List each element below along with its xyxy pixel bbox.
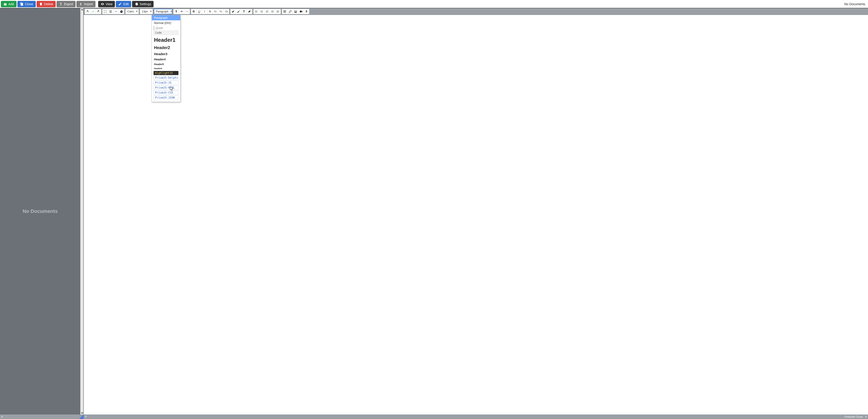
font-select[interactable]: Cairo [125, 9, 139, 14]
text-style-button[interactable]: T [241, 9, 247, 14]
font-value: Cairo [127, 10, 134, 13]
indent-icon [271, 10, 274, 13]
delete-label: Delete [44, 2, 53, 6]
block-option[interactable]: PrismJS-JSON [154, 95, 179, 100]
block-option[interactable]: PrismJS-HTML [154, 86, 179, 90]
delete-button[interactable]: Delete [37, 1, 56, 7]
highlighter-icon [231, 10, 235, 13]
block-option[interactable]: PrismJS-Delphi [154, 75, 179, 80]
formula-button[interactable]: √x [224, 9, 229, 14]
chevron-down-icon [170, 11, 172, 12]
block-option[interactable]: PrismJS-JS [154, 80, 179, 85]
block-option[interactable]: Header3 [152, 51, 180, 57]
link-button[interactable] [287, 9, 293, 14]
mic-button[interactable] [304, 9, 309, 14]
settings-label: Settings [140, 2, 151, 6]
status-left-value: 0 [1, 415, 3, 418]
hr-button[interactable] [184, 9, 190, 14]
block-option[interactable]: Code [154, 31, 179, 35]
block-option[interactable]: Header5 [152, 62, 180, 66]
edit-label: Edit [123, 2, 129, 6]
link-icon [288, 10, 292, 13]
export-icon [59, 2, 63, 6]
image-icon [294, 10, 297, 13]
italic-button[interactable]: I [202, 9, 207, 14]
export-button[interactable]: Export [57, 1, 75, 7]
table-button[interactable] [282, 9, 287, 14]
status-right: P Character Count: 0 [84, 415, 868, 419]
undo-button[interactable] [85, 9, 90, 14]
top-toolbar: Add Clone Delete Export Import View Edit… [0, 0, 868, 8]
dropper-icon [237, 10, 240, 13]
split-button[interactable] [108, 9, 113, 14]
import-button[interactable]: Import [76, 1, 95, 7]
clone-button[interactable]: Clone [18, 1, 36, 7]
lineheight-button[interactable] [275, 9, 281, 14]
underline-button[interactable]: U [196, 9, 202, 14]
paragraph-icon [175, 10, 178, 13]
fontsize-select[interactable]: 13px [140, 9, 153, 14]
scroll-up-icon[interactable] [81, 9, 83, 10]
trash-icon [39, 2, 43, 6]
image-button[interactable] [293, 9, 298, 14]
quote-icon [180, 10, 183, 13]
block-option[interactable]: Header2 [152, 44, 180, 51]
editor-toolbar: Cairo 13px Paragraph B U I S X2 [84, 8, 868, 15]
clear-format-button[interactable] [247, 9, 252, 14]
ordered-list-button[interactable] [253, 9, 259, 14]
documents-list[interactable]: No Documents [0, 8, 80, 415]
clone-label: Clone [25, 2, 33, 6]
undo-icon [86, 10, 89, 13]
block-format-dropdown[interactable]: ParagraphNormal (DIV)QuoteCodeHeader1Hea… [152, 15, 181, 102]
svg-point-2 [260, 12, 261, 12]
block-option[interactable]: Quote [154, 26, 179, 30]
view-group [102, 9, 124, 14]
no-documents-text: No Documents [23, 208, 58, 214]
documents-count-label: No Documents [844, 2, 867, 6]
character-count: Character Count: 0 [844, 415, 867, 418]
print-icon [120, 10, 123, 13]
settings-button[interactable]: Settings [132, 1, 154, 7]
indent-button[interactable] [270, 9, 275, 14]
block-option[interactable]: PrismJS-CSS [154, 90, 179, 95]
gear-icon [134, 2, 138, 6]
block-option[interactable]: Paragraph [152, 15, 180, 20]
outdent-button[interactable] [265, 9, 270, 14]
add-button[interactable]: Add [1, 1, 17, 7]
pencil-icon [118, 2, 122, 6]
commit-button[interactable] [90, 9, 96, 14]
block-option[interactable]: Header1 [152, 35, 180, 44]
editor-canvas[interactable] [84, 15, 868, 415]
block-option[interactable]: Header6 [152, 66, 180, 70]
fullscreen-button[interactable] [102, 9, 108, 14]
cc-label: Character Count: [844, 415, 863, 418]
editor-area: Cairo 13px Paragraph B U I S X2 [84, 8, 868, 415]
print-button[interactable] [119, 9, 124, 14]
block-option[interactable]: Normal (DIV) [152, 20, 180, 26]
hr-icon [185, 10, 189, 13]
block-option[interactable]: Header4 [152, 57, 180, 62]
edit-button[interactable]: Edit [116, 1, 131, 7]
block-option[interactable]: HighlightJS [154, 71, 179, 75]
highlight-button[interactable] [230, 9, 236, 14]
source-button[interactable] [113, 9, 119, 14]
para-group [173, 9, 190, 14]
strike-button[interactable]: S [207, 9, 213, 14]
unordered-list-button[interactable] [259, 9, 265, 14]
import-label: Import [84, 2, 93, 6]
font-color-button[interactable] [236, 9, 241, 14]
fontsize-value: 13px [142, 10, 148, 13]
scroll-down-icon[interactable] [81, 413, 83, 414]
subscript-button[interactable]: X2 [213, 9, 218, 14]
superscript-button[interactable]: X2 [218, 9, 224, 14]
bold-button[interactable]: B [191, 9, 196, 14]
redo-button[interactable] [96, 9, 101, 14]
documents-scrollbar[interactable] [80, 8, 84, 415]
paragraph-button[interactable] [174, 9, 179, 14]
block-format-select[interactable]: Paragraph [154, 9, 172, 14]
video-button[interactable] [298, 9, 304, 14]
blockquote-button[interactable] [179, 9, 184, 14]
view-button[interactable]: View [98, 1, 115, 7]
redo-icon [97, 10, 100, 13]
block-format-value: Paragraph [156, 10, 168, 13]
